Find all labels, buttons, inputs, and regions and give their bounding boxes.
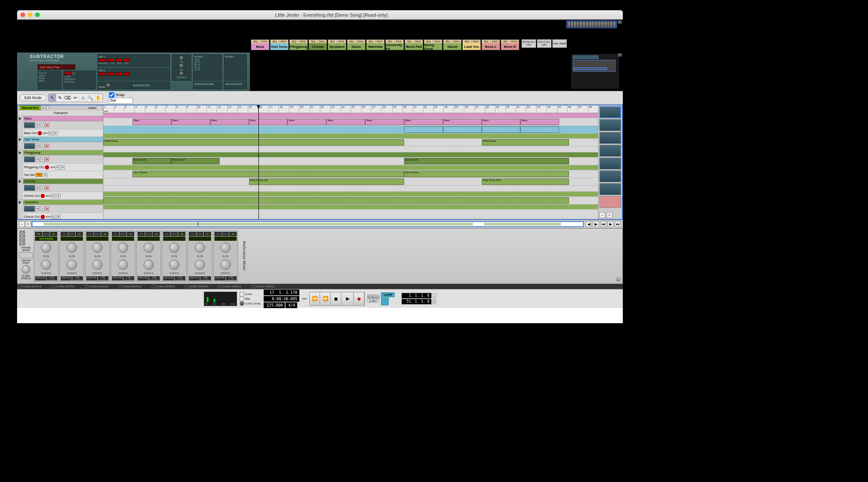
track-bass[interactable]: BassMS●Bass Ch1AT▾M✕ — [18, 116, 103, 137]
bank-c-button[interactable]: C — [19, 238, 25, 242]
clip[interactable]: Bass — [520, 119, 559, 125]
bar-tick[interactable]: 47 — [578, 105, 588, 113]
clip[interactable] — [482, 126, 521, 133]
bar-tick[interactable]: 26 — [361, 105, 371, 113]
qrec-button[interactable]: Q REC — [367, 299, 378, 303]
slide-knob[interactable] — [195, 242, 205, 253]
clip[interactable]: Syn Chords — [132, 171, 404, 177]
bar-tick[interactable]: 30 — [402, 105, 413, 113]
gs-checkbox[interactable] — [18, 285, 22, 288]
clip[interactable]: Bass — [210, 119, 249, 125]
track-name[interactable]: Chords — [23, 179, 103, 184]
groove-slot-button[interactable]: GROOVE — [189, 276, 200, 280]
bar-tick[interactable]: 1 — [103, 105, 114, 113]
track-name[interactable]: Bass — [23, 116, 103, 121]
pre-align-button[interactable]: PRE ALIGN — [200, 276, 211, 280]
bar-tick[interactable]: 24 — [340, 105, 351, 113]
slide-knob[interactable] — [92, 242, 103, 253]
goto-left-button[interactable]: L — [432, 294, 436, 298]
slide-knob[interactable] — [144, 242, 154, 253]
track-solo-button[interactable]: S — [40, 157, 44, 161]
lane-delete-button[interactable]: ✕ — [56, 215, 61, 219]
mixer-channel-ghost[interactable]: SEQRACKGhost — [443, 39, 462, 50]
bar-tick[interactable]: 27 — [371, 105, 381, 113]
bar-tick[interactable]: 39 — [495, 105, 505, 113]
loop-button[interactable]: LOOP — [381, 292, 395, 297]
clip[interactable]: Bass — [249, 119, 288, 125]
nav-left-icon[interactable]: ◀ — [586, 221, 592, 227]
master-mute-button[interactable]: M — [41, 106, 46, 110]
osc1-semi-display[interactable] — [115, 58, 122, 62]
track-synpiano[interactable]: SynpianoMS●Chords Ch1AT▾M✕Lane 2AT▾M✕Fil… — [18, 200, 103, 219]
pre-align-button[interactable]: PRE ALIGN — [72, 276, 83, 280]
track-rec-button[interactable]: ● — [45, 144, 49, 148]
mixer-channel-bvox-l[interactable]: SEQRACKBvox-L — [481, 39, 500, 50]
shuffle-knob[interactable] — [41, 260, 51, 270]
pre-align-button[interactable]: PRE ALIGN — [226, 276, 237, 280]
subtractor-device[interactable]: SUBTRACTOR POLYPHONIC SYNTHESIZER Soft V… — [17, 53, 250, 91]
minimize-icon[interactable] — [28, 12, 32, 17]
groove-on-button[interactable]: ON — [112, 232, 119, 236]
mixer-channel-lead-vox[interactable]: SEQRACKLead Vox — [462, 39, 481, 50]
playhead[interactable] — [258, 105, 259, 219]
anchor-point-selector[interactable] — [19, 252, 33, 258]
ringmod-knob[interactable] — [179, 71, 184, 76]
osc1-oct-display[interactable] — [107, 58, 114, 62]
track-name[interactable]: Synpiano — [23, 200, 103, 205]
note-lane[interactable]: Chords Ch1AT▾M✕ — [23, 192, 103, 199]
groove-slot-button[interactable]: GROOVE — [86, 276, 97, 280]
zoom-out-icon[interactable]: − — [19, 221, 25, 227]
patch-display[interactable]: Soft Vibes Pad — [38, 64, 75, 70]
mixer-channel-plingplong[interactable]: SEQRACKPlingplong — [289, 39, 308, 50]
track-rec-button[interactable]: ● — [45, 123, 49, 127]
clip[interactable]: Bass — [443, 119, 482, 125]
global-shuffle-knob[interactable] — [22, 265, 30, 274]
groove-channel-a1[interactable]: ONEDITA150% ShuffleSLIDESHUFFLEGROOVEPRE… — [34, 231, 59, 282]
right-locator[interactable]: 51. 1. 1. 0 — [402, 299, 431, 304]
groove-channel-a8[interactable]: ONEDITA8SLIDESHUFFLEGROOVEPRE ALIGN — [213, 231, 238, 282]
clip-lane[interactable] — [103, 146, 598, 152]
mixer-channel-bass[interactable]: SEQRACKBass — [251, 39, 270, 50]
device-thumb[interactable] — [599, 170, 621, 182]
clip[interactable]: Pling Plong — [482, 139, 569, 146]
automation-lane[interactable]: Osc MixON✕ — [23, 171, 103, 178]
bar-tick[interactable]: 25 — [351, 105, 361, 113]
left-locator[interactable]: 1. 1. 1. 0 — [402, 293, 431, 298]
clip[interactable] — [103, 197, 569, 204]
f5-key[interactable]: F5 — [618, 20, 622, 24]
pencil-tool[interactable]: ✎ — [56, 94, 64, 102]
groove-on-button[interactable]: ON — [86, 232, 94, 236]
time-display[interactable]: 0:00:30:805 — [264, 296, 299, 302]
mute-tool[interactable]: ◇ — [79, 94, 87, 102]
mixer-channel-bvox-r[interactable]: SEQRACKBvox-R — [501, 39, 519, 50]
groove-on-button[interactable]: ON — [35, 232, 42, 236]
forward-button[interactable]: ⏩ — [320, 292, 331, 305]
bar-tick[interactable]: 28 — [381, 105, 392, 113]
clip[interactable]: Ping Plong Dub — [482, 178, 569, 185]
bar-tick[interactable]: 42 — [526, 105, 536, 113]
clip-lane[interactable] — [103, 152, 598, 158]
track-solo-button[interactable]: S — [40, 144, 44, 148]
bar-tick[interactable]: 41 — [516, 105, 526, 113]
mixer-channel-dist-toms[interactable]: SEQRACKDist Toms — [270, 39, 289, 50]
track-rec-button[interactable]: ● — [45, 186, 49, 190]
bar-tick[interactable]: 38 — [485, 105, 495, 113]
bar-tick[interactable]: 48 — [588, 105, 598, 113]
groove-slot-button[interactable]: GROOVE — [163, 276, 174, 280]
clip-lane[interactable]: Syn ChordsSyn Chords — [103, 170, 598, 178]
bar-tick[interactable]: 23 — [330, 105, 340, 113]
bar-tick[interactable]: 18 — [279, 105, 289, 113]
nav-right-icon[interactable]: ▶ — [593, 221, 599, 227]
note-lane[interactable]: Chords Ch1AT▾M✕ — [23, 213, 103, 219]
lane-rec-button[interactable] — [45, 165, 49, 169]
bar-tick[interactable]: 34 — [443, 105, 454, 113]
track-solo-button[interactable]: S — [40, 186, 44, 190]
zoom-in-vert-icon[interactable]: + — [607, 212, 613, 218]
pre-align-button[interactable]: PRE ALIGN — [47, 276, 58, 280]
track-mute-button[interactable]: M — [35, 207, 40, 211]
razor-tool[interactable]: ✂ — [72, 94, 79, 102]
bar-tick[interactable]: 31 — [413, 105, 423, 113]
groove-on-button[interactable]: ON — [214, 232, 222, 236]
bank-a-button[interactable]: A — [19, 231, 25, 234]
groove-slot-button[interactable]: GROOVE — [35, 276, 46, 280]
